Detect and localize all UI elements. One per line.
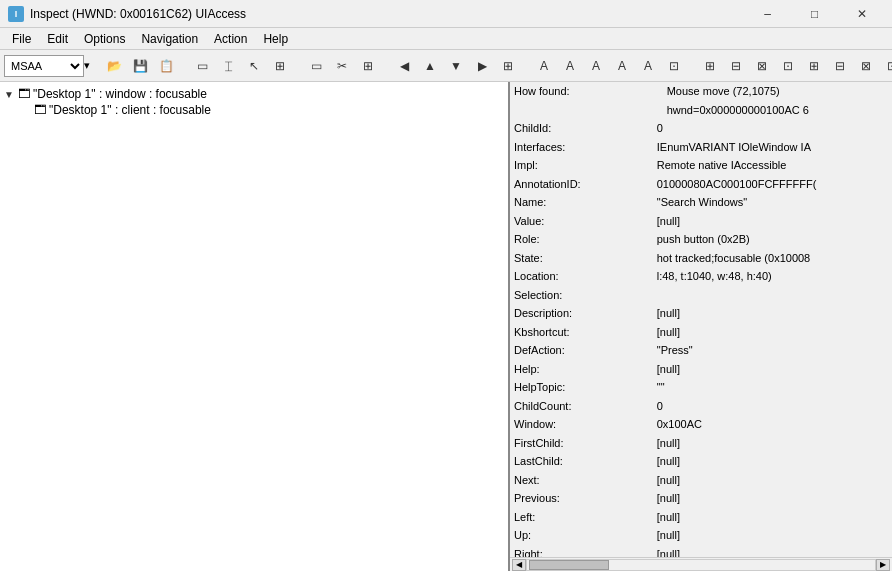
menu-help[interactable]: Help (255, 28, 296, 50)
prop-key: AnnotationID: (510, 175, 653, 194)
tree-panel[interactable]: ▼ 🗔 "Desktop 1" : window : focusable 🗔 "… (0, 82, 510, 571)
tb-btn-settings[interactable]: ⊡ (880, 54, 892, 78)
tb-btn-a1[interactable]: A (532, 54, 556, 78)
window-controls: – □ ✕ (745, 0, 884, 28)
close-button[interactable]: ✕ (839, 0, 884, 28)
menu-navigation[interactable]: Navigation (133, 28, 206, 50)
tb-btn-a2[interactable]: A (558, 54, 582, 78)
horizontal-scrollbar[interactable]: ◀ ▶ (510, 557, 892, 571)
prop-key: State: (510, 249, 653, 268)
prop-key: LastChild: (510, 452, 653, 471)
prop-row: HelpTopic:"" (510, 378, 892, 397)
prop-val: hot tracked;focusable (0x10008 (653, 249, 892, 268)
tree-label-desktop1-window: "Desktop 1" : window : focusable (33, 87, 207, 101)
tb-btn-rect[interactable]: ▭ (190, 54, 214, 78)
menu-file[interactable]: File (4, 28, 39, 50)
menu-edit[interactable]: Edit (39, 28, 76, 50)
tb-btn-grid[interactable]: ⊞ (356, 54, 380, 78)
prop-row: Value:[null] (510, 212, 892, 231)
tb-btn-r1[interactable]: ⊞ (698, 54, 722, 78)
tb-btn-r6[interactable]: ⊟ (828, 54, 852, 78)
prop-val: [null] (653, 360, 892, 379)
dropdown-icon: ▾ (84, 59, 90, 72)
prop-val: 0 (653, 119, 892, 138)
tree-toggle-desktop1[interactable]: ▼ (4, 89, 16, 100)
toolbar-btns-3: ▭ ✂ ⊞ (304, 54, 380, 78)
prop-row: Role:push button (0x2B) (510, 230, 892, 249)
prop-val: [null] (653, 545, 892, 558)
scroll-right-arrow[interactable]: ▶ (876, 559, 890, 571)
prop-val: "" (653, 378, 892, 397)
props-panel[interactable]: How found: Mouse move (72,1075) hwnd=0x0… (510, 82, 892, 557)
toolbar-btns-1: 📂 💾 📋 (102, 54, 178, 78)
tb-btn-misc1[interactable]: ⊡ (662, 54, 686, 78)
tb-btn-focus[interactable]: ⊞ (268, 54, 292, 78)
tree-node-desktop1-client[interactable]: 🗔 "Desktop 1" : client : focusable (20, 102, 504, 118)
prop-key: Help: (510, 360, 653, 379)
tb-btn-r5[interactable]: ⊞ (802, 54, 826, 78)
prop-val: 0 (653, 397, 892, 416)
prop-row: Left:[null] (510, 508, 892, 527)
tb-btn-back[interactable]: ◀ (392, 54, 416, 78)
tb-btn-r7[interactable]: ⊠ (854, 54, 878, 78)
tb-btn-more[interactable]: ⊞ (496, 54, 520, 78)
prop-row: Previous:[null] (510, 489, 892, 508)
prop-val: Remote native IAccessible (653, 156, 892, 175)
tb-btn-copy[interactable]: 📋 (154, 54, 178, 78)
prop-key: HelpTopic: (510, 378, 653, 397)
prop-val: [null] (653, 212, 892, 231)
props-table: How found: Mouse move (72,1075) hwnd=0x0… (510, 82, 892, 119)
prop-row: Kbshortcut:[null] (510, 323, 892, 342)
tb-btn-cursor[interactable]: ⌶ (216, 54, 240, 78)
tb-btn-forward[interactable]: ▶ (470, 54, 494, 78)
tb-btn-a4[interactable]: A (610, 54, 634, 78)
tb-btn-rect2[interactable]: ▭ (304, 54, 328, 78)
prop-row: FirstChild:[null] (510, 434, 892, 453)
minimize-button[interactable]: – (745, 0, 790, 28)
prop-val: [null] (653, 452, 892, 471)
prop-key: ChildCount: (510, 397, 653, 416)
prop-key: Next: (510, 471, 653, 490)
toolbar-btns-nav: ◀ ▲ ▼ ▶ ⊞ (392, 54, 520, 78)
tb-btn-r3[interactable]: ⊠ (750, 54, 774, 78)
prop-val: l:48, t:1040, w:48, h:40) (653, 267, 892, 286)
tb-btn-down[interactable]: ▼ (444, 54, 468, 78)
scroll-left-arrow[interactable]: ◀ (512, 559, 526, 571)
maximize-button[interactable]: □ (792, 0, 837, 28)
tb-btn-a5[interactable]: A (636, 54, 660, 78)
tb-btn-a3[interactable]: A (584, 54, 608, 78)
scope-select[interactable]: MSAA UIA (4, 55, 84, 77)
menu-options[interactable]: Options (76, 28, 133, 50)
prop-row: Interfaces:IEnumVARIANT IOleWindow IA (510, 138, 892, 157)
prop-row: Help:[null] (510, 360, 892, 379)
menu-action[interactable]: Action (206, 28, 255, 50)
prop-val: [null] (653, 508, 892, 527)
tb-btn-scissors[interactable]: ✂ (330, 54, 354, 78)
prop-val: [null] (653, 489, 892, 508)
tb-btn-arrow[interactable]: ↖ (242, 54, 266, 78)
tb-btn-folder[interactable]: 📂 (102, 54, 126, 78)
tb-btn-up[interactable]: ▲ (418, 54, 442, 78)
prop-row: Selection: (510, 286, 892, 305)
scope-section: MSAA UIA ▾ (4, 55, 90, 77)
tb-btn-r2[interactable]: ⊟ (724, 54, 748, 78)
scroll-knob[interactable] (529, 560, 609, 570)
tree-node-desktop1-window[interactable]: ▼ 🗔 "Desktop 1" : window : focusable (4, 86, 504, 102)
prop-val: [null] (653, 434, 892, 453)
prop-key: Name: (510, 193, 653, 212)
prop-key-hwnd (510, 101, 663, 120)
prop-key: Description: (510, 304, 653, 323)
toolbar: MSAA UIA ▾ 📂 💾 📋 ▭ ⌶ ↖ ⊞ ▭ ✂ ⊞ ◀ ▲ ▼ ▶ ⊞… (0, 50, 892, 82)
tb-btn-r4[interactable]: ⊡ (776, 54, 800, 78)
tb-btn-save[interactable]: 💾 (128, 54, 152, 78)
prop-key: Selection: (510, 286, 653, 305)
title-bar: I Inspect (HWND: 0x00161C62) UIAccess – … (0, 0, 892, 28)
prop-val: "Search Windows" (653, 193, 892, 212)
prop-row: State:hot tracked;focusable (0x10008 (510, 249, 892, 268)
tree-icon-client: 🗔 (34, 103, 46, 117)
prop-val: [null] (653, 323, 892, 342)
title-text: Inspect (HWND: 0x00161C62) UIAccess (30, 7, 745, 21)
toolbar-btns-extra: A A A A A ⊡ (532, 54, 686, 78)
prop-key: Right: (510, 545, 653, 558)
scroll-track[interactable] (526, 559, 876, 571)
